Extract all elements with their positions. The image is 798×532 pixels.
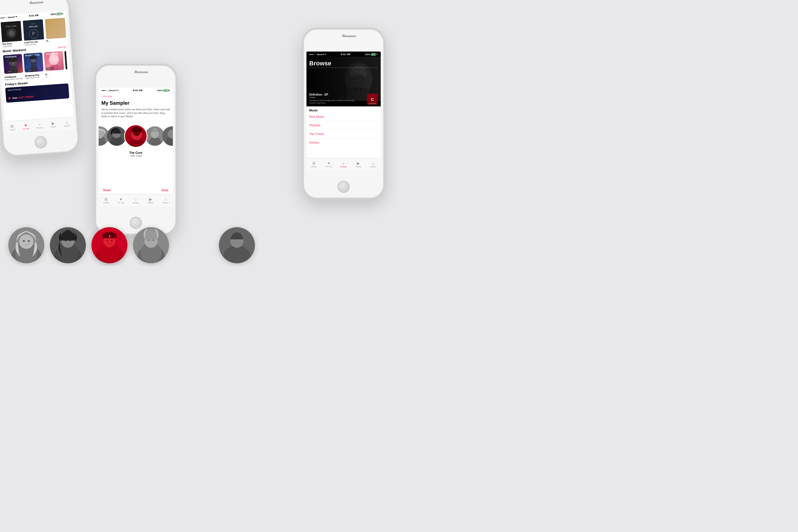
mood-card-pure-pop[interactable]: Pure Pop 50 🎵 MUSIC — [44, 51, 64, 71]
back-nav[interactable]: ‹ For You — [99, 93, 173, 99]
watch-icon-r: ▶ — [357, 161, 360, 166]
featured-description: Shanghai's EDM prodigy fuses sounds from… — [309, 99, 361, 104]
new-music-label: New Music — [309, 115, 324, 118]
time-right: 9:41 AM — [341, 53, 350, 56]
done-button[interactable]: Done — [162, 189, 169, 192]
tab-browse[interactable]: ♪ Browse — [33, 121, 46, 129]
tab-browse-r[interactable]: ♪ Browse — [336, 161, 351, 168]
episode-feat: feat. KATY PERRY — [13, 95, 34, 99]
playlists-label: Playlists — [309, 124, 320, 127]
sampler-actions: Reset Done — [99, 187, 173, 194]
sampler-description: We've curated some artists we think you'… — [99, 108, 173, 122]
albums-row: THE CURE The Cure Lady Gaga LUST FOR LIF… — [1, 18, 65, 48]
watch-icon-m: ▶ — [149, 197, 152, 202]
tab-search-label: Search — [64, 125, 70, 127]
mood-label-item: P... A... — [45, 72, 64, 78]
library-icon: ⊞ — [10, 124, 14, 129]
reset-button[interactable]: Reset — [103, 189, 111, 192]
library-icon-r: ⊞ — [312, 161, 316, 166]
tab-browse-m[interactable]: ♪ Browse — [128, 197, 143, 204]
tab-for-you-m[interactable]: ♥ For You — [114, 197, 129, 204]
svg-point-66 — [69, 240, 71, 241]
bottom-artist-active: 3 — [92, 227, 128, 263]
selected-artist: The Cure Lady Gaga — [99, 151, 173, 157]
tab-for-you-label-r: For You — [325, 166, 332, 168]
tab-library[interactable]: ⊞ Library — [5, 123, 19, 131]
browse-title: Browse — [309, 60, 378, 67]
for-you-icon: ♥ — [24, 123, 27, 128]
tab-for-you[interactable]: ♥ For You — [19, 122, 33, 130]
svg-point-76 — [107, 240, 108, 241]
bottom-artist-1 — [8, 227, 44, 263]
selected-artist-sub: Lady Gaga — [99, 154, 173, 157]
tab-search-m[interactable]: ⌕ Search — [158, 197, 173, 204]
phone-middle-screen: ●●●○○ JasonY ▾ 9:41 AM 100% + ‹ For You … — [99, 88, 173, 206]
svg-text:P: P — [32, 31, 36, 37]
svg-point-58 — [23, 240, 25, 242]
tab-library-r[interactable]: ⊞ Library — [306, 161, 321, 168]
back-arrow-icon: ‹ — [101, 95, 102, 98]
menu-item-genres[interactable]: Genres › — [309, 138, 378, 147]
mood-card-breaking-pop[interactable]: Breaking Pop 🎵 MUSIC — [23, 52, 44, 73]
artists-row — [99, 125, 173, 148]
search-icon-r: ⌕ — [372, 161, 374, 166]
phone-right: ●●●○○ JasonY ▾ 9:41 AM 100% + — [302, 28, 385, 200]
search-icon-m: ⌕ — [164, 197, 167, 202]
menu-item-new-music[interactable]: New Music › — [309, 113, 378, 121]
phone-left: ●●●○○ JasonY ▾ 9:41 AM 100% + THE CURE — [0, 0, 80, 158]
menu-item-playlists[interactable]: Playlists › — [309, 121, 378, 130]
browse-icon: ♪ — [38, 122, 40, 126]
artist-circle-active[interactable] — [124, 125, 147, 148]
tab-for-you-r[interactable]: ♥ For You — [321, 161, 336, 168]
albums-section: THE CURE The Cure Lady Gaga LUST FOR LIF… — [0, 16, 72, 105]
album-item[interactable]: P... ... — [45, 18, 66, 44]
album-cover-3 — [45, 18, 66, 39]
home-button-right[interactable] — [338, 180, 350, 193]
svg-point-9 — [9, 65, 19, 74]
selected-artist-name: The Cure — [99, 151, 173, 154]
tab-library-m[interactable]: ⊞ Library — [99, 197, 114, 204]
tab-watch-r[interactable]: ▶ Watch — [351, 161, 366, 168]
svg-point-65 — [65, 240, 67, 241]
artist-circle-4[interactable] — [145, 126, 165, 146]
svg-text:C: C — [371, 97, 374, 102]
album-item[interactable]: THE CURE The Cure Lady Gaga — [1, 21, 22, 48]
tab-for-you-label: For You — [23, 128, 30, 130]
tab-watch-label: Watch — [51, 126, 56, 128]
see-all-button[interactable]: See All — [58, 45, 66, 49]
phone-left-screen: ●●●○○ JasonY ▾ 9:41 AM 100% + THE CURE — [0, 11, 74, 134]
home-button-left[interactable] — [34, 136, 48, 149]
tab-browse-label: Browse — [36, 126, 43, 129]
artist-circle-2[interactable] — [107, 126, 126, 146]
phone-right-screen: ●●●○○ JasonY ▾ 9:41 AM 100% + — [306, 52, 381, 170]
album-item[interactable]: LUST FOR LIFE P Lust For Life Lana Del R… — [23, 19, 44, 46]
mood-card-onrepeat[interactable]: #OnRepeat 3 🎵 MUSIC — [3, 54, 23, 74]
tab-search[interactable]: ⌕ Search — [60, 119, 74, 127]
bottom-artists-row: 3 — [8, 227, 169, 263]
featured-thumbnail: C CHACE — [367, 94, 378, 105]
watch-icon: ▶ — [52, 121, 55, 126]
tab-watch[interactable]: ▶ Watch — [46, 120, 60, 128]
chevron-right-icon: › — [377, 132, 378, 135]
top-charts-label: Top Charts — [309, 132, 324, 135]
svg-point-77 — [111, 240, 113, 241]
tab-for-you-label-m: For You — [117, 202, 124, 204]
bottom-artist-4 — [133, 227, 169, 263]
battery-icon-left — [57, 13, 62, 15]
music-section-label: Music — [309, 109, 378, 112]
status-bar-middle: ●●●○○ JasonY ▾ 9:41 AM 100% + — [99, 88, 173, 93]
tab-bar-right: ⊞ Library ♥ For You ♪ Browse ▶ Watch ⌕ S… — [306, 158, 381, 170]
artist-circle-5[interactable] — [163, 126, 173, 146]
sampler-title: My Sampler — [99, 99, 173, 108]
tab-watch-m[interactable]: ▶ Watch — [143, 197, 158, 204]
tab-search-r[interactable]: ⌕ Search — [366, 161, 381, 168]
tab-library-label: Library — [9, 128, 15, 131]
featured-title: Definition - EP — [309, 93, 361, 96]
episode-card[interactable]: NEW EPISODE ♥ feat. KATY PERRY — [5, 83, 69, 103]
episode-badge: NEW EPISODE — [7, 85, 66, 91]
mood-card-mood[interactable]: Mood. 🎵 MUSIC — [64, 51, 67, 70]
svg-point-59 — [28, 240, 30, 242]
menu-item-top-charts[interactable]: Top Charts › — [309, 130, 378, 138]
for-you-icon-m: ♥ — [120, 197, 122, 202]
browse-header: Browse Definition - EP Chace Shanghai's … — [306, 57, 381, 107]
